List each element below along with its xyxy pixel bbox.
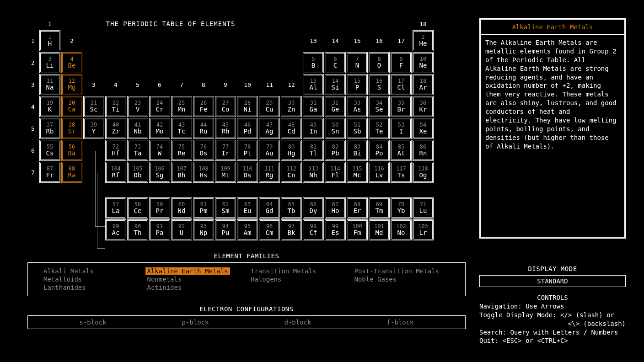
element-cell[interactable]: 27Co	[215, 96, 236, 117]
element-cell[interactable]: 30Zn	[281, 96, 302, 117]
element-cell[interactable]: 106Sg	[149, 162, 170, 183]
element-cell[interactable]: 105Db	[127, 162, 148, 183]
element-cell[interactable]: 115Mc	[347, 162, 368, 183]
element-cell[interactable]: 70Yb	[391, 197, 412, 218]
element-cell[interactable]: 81Tl	[303, 140, 324, 161]
element-cell[interactable]: 36Kr	[413, 96, 434, 117]
family-item[interactable]: Metalloids	[42, 276, 84, 283]
element-cell[interactable]: 89Ac	[105, 219, 126, 240]
element-cell[interactable]: 52Te	[369, 118, 390, 139]
element-cell[interactable]: 61Pm	[193, 197, 214, 218]
block-item[interactable]: f-block	[386, 319, 413, 326]
element-cell[interactable]: 85At	[391, 140, 412, 161]
element-cell[interactable]: 108Hs	[193, 162, 214, 183]
element-cell[interactable]: 97Bk	[281, 219, 302, 240]
element-cell[interactable]: 73Ta	[127, 140, 148, 161]
element-cell[interactable]: 47Ag	[259, 118, 280, 139]
family-item[interactable]: Halogens	[249, 276, 283, 283]
element-cell[interactable]: 102No	[391, 219, 412, 240]
element-cell[interactable]: 88Ra	[61, 162, 82, 183]
element-cell[interactable]: 96Cm	[259, 219, 280, 240]
element-cell[interactable]: 19K	[39, 96, 60, 117]
element-cell[interactable]: 87Fr	[39, 162, 60, 183]
element-cell[interactable]: 34Se	[369, 96, 390, 117]
element-cell[interactable]: 118Og	[413, 162, 434, 183]
element-cell[interactable]: 18Ar	[413, 74, 434, 95]
family-item[interactable]: Alkali Metals	[42, 267, 96, 275]
element-cell[interactable]: 117Ts	[391, 162, 412, 183]
element-cell[interactable]: 91Pa	[149, 219, 170, 240]
element-cell[interactable]: 26Fe	[193, 96, 214, 117]
element-cell[interactable]: 71Lu	[413, 197, 434, 218]
element-cell[interactable]: 74W	[149, 140, 170, 161]
element-cell[interactable]: 58Ce	[127, 197, 148, 218]
element-cell[interactable]: 54Xe	[413, 118, 434, 139]
element-cell[interactable]: 33As	[347, 96, 368, 117]
element-cell[interactable]: 55Cs	[39, 140, 60, 161]
element-cell[interactable]: 48Cd	[281, 118, 302, 139]
element-cell[interactable]: 22Ti	[105, 96, 126, 117]
block-item[interactable]: s-block	[79, 319, 106, 326]
element-cell[interactable]: 109Mt	[215, 162, 236, 183]
element-cell[interactable]: 12Mg	[61, 74, 82, 95]
element-cell[interactable]: 72Hf	[105, 140, 126, 161]
element-cell[interactable]: 57La	[105, 197, 126, 218]
element-cell[interactable]: 8O	[369, 52, 390, 73]
element-cell[interactable]: 25Mn	[171, 96, 192, 117]
element-cell[interactable]: 84Po	[369, 140, 390, 161]
element-cell[interactable]: 80Hg	[281, 140, 302, 161]
element-cell[interactable]: 59Pr	[149, 197, 170, 218]
element-cell[interactable]: 40Zr	[105, 118, 126, 139]
element-cell[interactable]: 66Dy	[303, 197, 324, 218]
element-cell[interactable]: 62Sm	[215, 197, 236, 218]
element-cell[interactable]: 67Ho	[325, 197, 346, 218]
element-cell[interactable]: 78Pt	[237, 140, 258, 161]
element-cell[interactable]: 93Np	[193, 219, 214, 240]
element-cell[interactable]: 6C	[325, 52, 346, 73]
element-cell[interactable]: 37Rb	[39, 118, 60, 139]
block-item[interactable]: p-block	[182, 319, 209, 326]
element-cell[interactable]: 104Rf	[105, 162, 126, 183]
family-item[interactable]: Post-Transition Metals	[353, 267, 441, 275]
element-cell[interactable]: 2He	[413, 30, 434, 51]
element-cell[interactable]: 92U	[171, 219, 192, 240]
element-cell[interactable]: 44Ru	[193, 118, 214, 139]
element-cell[interactable]: 94Pu	[215, 219, 236, 240]
element-cell[interactable]: 114Fl	[325, 162, 346, 183]
element-cell[interactable]: 29Cu	[259, 96, 280, 117]
element-cell[interactable]: 107Bh	[171, 162, 192, 183]
element-cell[interactable]: 110Ds	[237, 162, 258, 183]
element-cell[interactable]: 99Es	[325, 219, 346, 240]
element-cell[interactable]: 23V	[127, 96, 148, 117]
element-cell[interactable]: 64Gd	[259, 197, 280, 218]
element-cell[interactable]: 51Sb	[347, 118, 368, 139]
element-cell[interactable]: 90Th	[127, 219, 148, 240]
element-cell[interactable]: 83Bi	[347, 140, 368, 161]
element-cell[interactable]: 35Br	[391, 96, 412, 117]
display-mode-toggle[interactable]: STANDARD	[479, 275, 626, 287]
element-cell[interactable]: 39Y	[83, 118, 104, 139]
element-cell[interactable]: 63Eu	[237, 197, 258, 218]
element-cell[interactable]: 65Tb	[281, 197, 302, 218]
element-cell[interactable]: 20Ca	[61, 96, 82, 117]
element-cell[interactable]: 38Sr	[61, 118, 82, 139]
element-cell[interactable]: 31Ga	[303, 96, 324, 117]
element-cell[interactable]: 21Sc	[83, 96, 104, 117]
element-cell[interactable]: 41Nb	[127, 118, 148, 139]
family-item[interactable]: Actinides	[145, 284, 184, 291]
element-cell[interactable]: 68Er	[347, 197, 368, 218]
element-cell[interactable]: 3Li	[39, 52, 60, 73]
element-cell[interactable]: 116Lv	[369, 162, 390, 183]
element-cell[interactable]: 24Cr	[149, 96, 170, 117]
element-cell[interactable]: 60Nd	[171, 197, 192, 218]
element-cell[interactable]: 86Rn	[413, 140, 434, 161]
element-cell[interactable]: 82Pb	[325, 140, 346, 161]
element-cell[interactable]: 113Nh	[303, 162, 324, 183]
element-cell[interactable]: 69Tm	[369, 197, 390, 218]
element-cell[interactable]: 4Be	[61, 52, 82, 73]
element-cell[interactable]: 49In	[303, 118, 324, 139]
element-cell[interactable]: 42Mo	[149, 118, 170, 139]
element-cell[interactable]: 53I	[391, 118, 412, 139]
element-cell[interactable]: 95Am	[237, 219, 258, 240]
element-cell[interactable]: 5B	[303, 52, 324, 73]
